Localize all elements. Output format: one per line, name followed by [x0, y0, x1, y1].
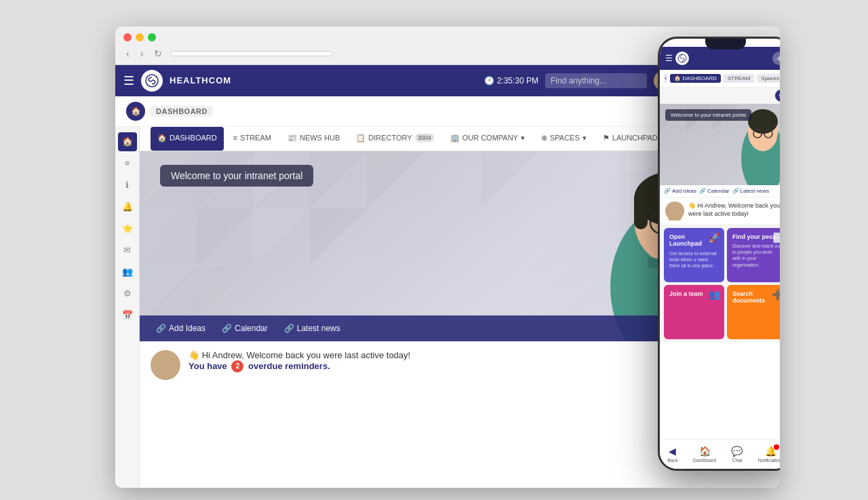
phone-nav: ‹ 🏠 DASHBOARD STREAM Spaces ▾ — [660, 70, 780, 88]
phone-nav-spaces[interactable]: Spaces ▾ — [757, 74, 780, 83]
welcome-greeting: 👋 Hi Andrew, Welcome back you were last … — [189, 350, 410, 360]
back-bottom-icon: ◀ — [669, 446, 676, 457]
directory-badge: 3004 — [415, 134, 434, 142]
notifications-bottom-icon: 🔔 — [765, 446, 776, 457]
phone-screen: ☰ + ‹ 🏠 DASHBOARD STREAM — [660, 39, 780, 469]
forward-button[interactable]: › — [138, 47, 146, 60]
mobile-phone: ☰ + ‹ 🏠 DASHBOARD STREAM — [658, 37, 780, 471]
sidebar-icon-mail[interactable]: ✉ — [118, 241, 137, 260]
phone-welcome: 👋 Hi Andrew, Welcome back you were last … — [660, 197, 780, 225]
phone-notch — [705, 39, 746, 50]
fullscreen-dot[interactable] — [148, 33, 156, 41]
phone-hero-badge: Welcome to your intranet portal — [665, 109, 751, 121]
overdue-reminders: You have 2 overdue reminders. — [189, 360, 410, 372]
phone-notifications-button[interactable]: 🔔 Notifications — [758, 446, 780, 463]
phone-quick-links: 🔗 Add Ideas 🔗 Calendar 🔗 Latest news — [660, 185, 780, 197]
phone-chat-button[interactable]: 💬 Chat — [731, 446, 743, 463]
welcome-user-avatar — [151, 350, 180, 380]
svg-point-48 — [671, 204, 679, 212]
global-search-input[interactable] — [545, 73, 647, 88]
phone-add-ideas-link[interactable]: 🔗 Add Ideas — [664, 188, 696, 194]
nav-item-ourcompany[interactable]: 🏢 OUR COMPANY ▾ — [443, 127, 532, 151]
phone-notif-badge: 🔔 — [765, 446, 776, 457]
phone-back-button[interactable]: ◀ Back — [667, 446, 678, 463]
launchpad-tile-desc: Get access to external tools when u need… — [669, 250, 719, 269]
refresh-button[interactable]: ↻ — [151, 47, 165, 60]
sidebar-icon-bell[interactable]: 🔔 — [118, 197, 137, 216]
app-name-label: HEALTHCOM — [170, 75, 231, 85]
phone-bottom-bar: ◀ Back 🏠 Dashboard 💬 Chat 🔔 — [660, 439, 780, 469]
phone-plus-button[interactable]: + — [772, 52, 780, 65]
phone-settings-area: ⚙ — [660, 88, 780, 104]
phone-tile-searchdocs[interactable]: ➕ Search documents — [727, 285, 780, 339]
breadcrumb-label: DASHBOARD — [151, 106, 213, 117]
sidebar-icon-info[interactable]: ℹ — [118, 176, 137, 195]
sidebar-icon-calendar[interactable]: 📅 — [118, 306, 137, 325]
phone-header: ☰ + — [660, 47, 780, 70]
phone-tile-launchpad[interactable]: 🚀 Open Launchpad Get access to external … — [664, 228, 724, 282]
app-logo — [141, 70, 163, 92]
phone-tile-jointeam[interactable]: 👥 Join a team — [664, 285, 724, 339]
phone-dashboard-button[interactable]: 🏠 Dashboard — [693, 446, 716, 463]
svg-point-36 — [155, 366, 176, 380]
phone-user-avatar — [665, 201, 684, 220]
phone-gear-button[interactable]: ⚙ — [775, 90, 780, 102]
sidebar-icon-settings[interactable]: ⚙ — [118, 284, 137, 303]
hero-welcome-badge: Welcome to your intranet portal — [160, 165, 313, 187]
back-button[interactable]: ‹ — [123, 47, 132, 60]
phone-nav-stream[interactable]: STREAM — [724, 74, 754, 83]
close-dot[interactable] — [123, 33, 132, 41]
browser-window: ‹ › ↻ ☰ HEALTHCOM 🕐 2:35:30 PM — [115, 26, 780, 488]
nav-item-newshub[interactable]: 📰 NEWS HUB — [281, 127, 347, 151]
nav-item-directory[interactable]: 📋 DIRECTORY 3004 — [349, 127, 440, 151]
svg-point-49 — [668, 212, 682, 220]
sidebar-icon-star[interactable]: ⭐ — [118, 219, 137, 238]
latest-news-button[interactable]: 🔗 Latest news — [279, 321, 346, 336]
phone-latest-news-link[interactable]: 🔗 Latest news — [732, 188, 770, 194]
url-bar[interactable] — [170, 51, 333, 56]
hamburger-icon[interactable]: ☰ — [123, 73, 134, 88]
phone-tiles: 🚀 Open Launchpad Get access to external … — [660, 225, 780, 342]
svg-point-44 — [748, 109, 778, 134]
nav-item-spaces[interactable]: ⊕ SPACES ▾ — [534, 127, 593, 151]
phone-tile-findpeople[interactable]: 📄 Find your people Discover and reach ou… — [727, 228, 780, 282]
svg-point-35 — [159, 353, 172, 366]
launchpad-tile-icon: 🚀 — [709, 232, 720, 243]
jointeam-tile-icon: 👥 — [709, 289, 720, 300]
add-ideas-button[interactable]: 🔗 Add Ideas — [151, 321, 211, 336]
nav-item-launchpad[interactable]: ⚑ LAUNCHPAD — [596, 127, 665, 151]
nav-item-stream[interactable]: ≡ STREAM — [226, 127, 278, 151]
phone-nav-dashboard[interactable]: 🏠 DASHBOARD — [670, 74, 721, 83]
svg-rect-26 — [634, 195, 648, 229]
breadcrumb-home-icon[interactable]: 🏠 — [126, 102, 145, 121]
dashboard-bottom-icon: 🏠 — [699, 446, 711, 457]
phone-logo — [675, 52, 689, 65]
nav-item-dashboard[interactable]: 🏠 DASHBOARD — [151, 127, 224, 151]
phone-hero: Welcome to your intranet portal — [660, 104, 780, 185]
phone-calendar-link[interactable]: 🔗 Calendar — [699, 188, 729, 194]
minimize-dot[interactable] — [136, 33, 144, 41]
calendar-button[interactable]: 🔗 Calendar — [216, 321, 273, 336]
phone-back-nav[interactable]: ‹ — [664, 73, 667, 83]
left-sidebar: 🏠 ≡ ℹ 🔔 ⭐ ✉ 👥 ⚙ 📅 — [115, 127, 140, 488]
sidebar-icon-home[interactable]: 🏠 — [118, 132, 137, 151]
sidebar-icon-list[interactable]: ≡ — [118, 154, 137, 173]
searchdocs-tile-icon: ➕ — [772, 289, 780, 300]
header-time: 🕐 2:35:30 PM — [484, 76, 538, 85]
findpeople-tile-desc: Discover and reach out to people you wor… — [732, 243, 780, 267]
chat-bottom-icon: 💬 — [731, 446, 743, 457]
phone-hamburger-icon[interactable]: ☰ — [665, 54, 673, 63]
sidebar-icon-people[interactable]: 👥 — [118, 263, 137, 282]
overdue-count-badge: 2 — [231, 360, 243, 372]
phone-welcome-text: 👋 Hi Andrew, Welcome back you were last … — [688, 201, 780, 218]
findpeople-tile-icon: 📄 — [772, 232, 780, 243]
